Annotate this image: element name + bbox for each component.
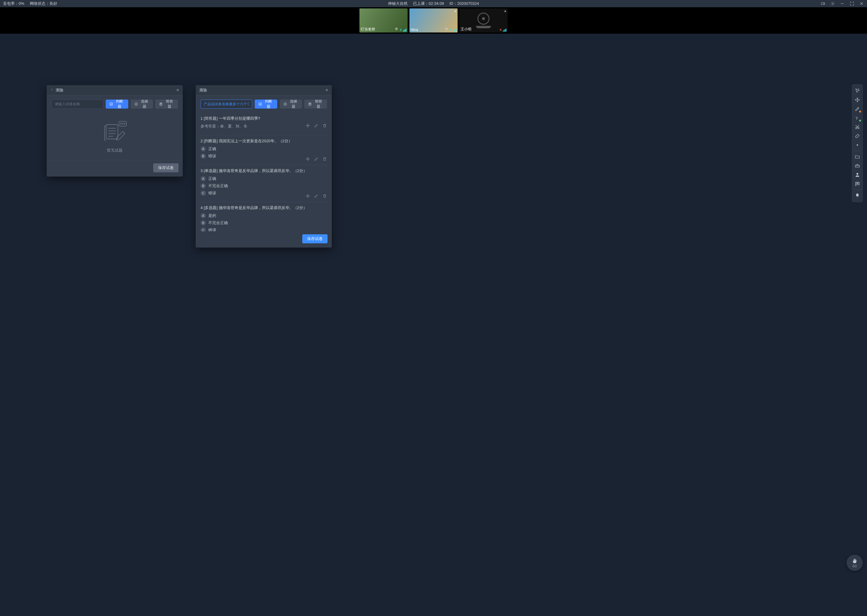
- delete-icon[interactable]: [322, 123, 327, 128]
- pen-tool-icon[interactable]: [853, 105, 862, 113]
- svg-point-32: [120, 123, 121, 124]
- close-icon[interactable]: ×: [454, 9, 456, 14]
- bell-icon[interactable]: [853, 191, 862, 200]
- option-text: 不完全正确: [208, 183, 228, 189]
- eraser-tool-icon[interactable]: [853, 132, 862, 140]
- text-tool-icon[interactable]: T: [853, 114, 862, 122]
- svg-rect-35: [259, 103, 262, 105]
- question-actions: [305, 193, 327, 198]
- svg-rect-26: [106, 124, 118, 139]
- move-tool-icon[interactable]: [853, 96, 862, 104]
- session-id: ID：2020070324: [449, 1, 479, 6]
- back-icon[interactable]: [50, 88, 54, 92]
- add-judge-button[interactable]: 判断题: [255, 99, 277, 108]
- video-tile[interactable]: 叮当老师: [359, 8, 408, 33]
- edit-icon[interactable]: [314, 123, 318, 128]
- option-letter: B: [200, 183, 206, 189]
- chat-icon[interactable]: [853, 179, 862, 188]
- svg-rect-17: [855, 165, 859, 168]
- cut-tool-icon[interactable]: [853, 123, 862, 131]
- packet-loss-label: 丢包率：0%: [3, 1, 24, 6]
- settings-icon[interactable]: [830, 1, 835, 6]
- record-icon: [445, 27, 448, 31]
- video-tile[interactable]: ×Nina: [410, 8, 457, 33]
- move-icon[interactable]: [305, 156, 310, 161]
- panel-title: 测验: [56, 88, 63, 93]
- question-option[interactable]: A正确: [200, 146, 327, 152]
- signal-icon: [403, 28, 407, 31]
- move-icon[interactable]: [305, 230, 310, 231]
- edit-icon[interactable]: [314, 156, 318, 161]
- edit-icon[interactable]: [314, 193, 318, 198]
- paper-name-input[interactable]: [200, 99, 252, 108]
- laser-dot-tool-icon[interactable]: [853, 141, 862, 149]
- toolbox-icon[interactable]: [853, 162, 862, 170]
- option-text: 错误: [208, 153, 216, 159]
- cursor-tool-icon[interactable]: [853, 86, 862, 95]
- quiz-panel-filled: 测验 × 判断题 选择题 T 简答题 1 [简答题] 一年四季分别是哪四季?参考…: [195, 85, 332, 248]
- svg-rect-7: [400, 28, 401, 30]
- delete-icon[interactable]: [322, 230, 327, 231]
- empty-state-icon: [101, 120, 128, 145]
- fullscreen-icon[interactable]: [850, 1, 854, 6]
- status-icons: [395, 27, 407, 31]
- network-status-label: 网络状态：良好: [30, 1, 57, 6]
- edit-icon[interactable]: [314, 230, 318, 231]
- mic-icon: [449, 28, 452, 31]
- video-tiles-row: 叮当老师×Nina×王小明: [0, 7, 867, 34]
- user-icon[interactable]: [853, 171, 862, 179]
- close-window-icon[interactable]: [859, 1, 864, 6]
- camera-toggle-icon[interactable]: [821, 1, 826, 6]
- save-paper-button[interactable]: 保存试卷: [302, 234, 328, 244]
- svg-point-1: [832, 3, 833, 4]
- close-icon[interactable]: ×: [177, 88, 179, 93]
- move-icon[interactable]: [305, 123, 310, 128]
- question-option[interactable]: B不完全正确: [200, 183, 327, 189]
- video-tile[interactable]: ×王小明: [459, 8, 508, 33]
- hand-raise-count: 0/2: [853, 564, 857, 568]
- option-letter: B: [200, 220, 206, 226]
- delete-icon[interactable]: [322, 156, 327, 161]
- signal-icon: [453, 28, 456, 31]
- svg-point-19: [856, 183, 857, 184]
- folder-icon[interactable]: [853, 152, 862, 161]
- option-text: 正确: [208, 176, 216, 181]
- participant-name: 叮当老师: [361, 27, 375, 32]
- question-actions: [305, 123, 327, 128]
- hand-raise-button[interactable]: 0/2: [847, 555, 863, 571]
- svg-text:T: T: [309, 103, 311, 105]
- signal-icon: [503, 28, 506, 31]
- participant-name: Nina: [411, 28, 418, 32]
- svg-point-16: [857, 145, 858, 146]
- svg-point-33: [122, 123, 123, 124]
- option-text: 正确: [208, 146, 216, 152]
- add-short-answer-button[interactable]: T 简答题: [155, 99, 178, 108]
- save-paper-button[interactable]: 保存试卷: [153, 163, 178, 172]
- move-icon[interactable]: [305, 193, 310, 198]
- svg-point-9: [446, 28, 447, 30]
- question-option[interactable]: B不完全正确: [200, 220, 327, 226]
- add-choice-button[interactable]: 选择题: [280, 99, 302, 108]
- add-short-answer-button[interactable]: T 简答题: [304, 99, 327, 108]
- question-item: 1 [简答题] 一年四季分别是哪四季?参考答案：春、夏、秋、冬: [200, 113, 327, 135]
- question-actions: [305, 156, 327, 161]
- option-text: 是的: [208, 213, 216, 218]
- empty-state-text: 暂无试题: [107, 148, 123, 153]
- paper-name-input[interactable]: [52, 99, 103, 108]
- question-option[interactable]: A是的: [200, 213, 327, 218]
- status-icons: [499, 28, 506, 31]
- right-toolbar: T: [852, 84, 863, 202]
- add-judge-button[interactable]: 判断题: [106, 99, 128, 108]
- status-icons: [445, 27, 456, 31]
- close-icon[interactable]: ×: [325, 88, 328, 93]
- delete-icon[interactable]: [322, 193, 327, 198]
- close-icon[interactable]: ×: [504, 9, 506, 14]
- add-choice-button[interactable]: 选择题: [131, 99, 153, 108]
- question-option[interactable]: A正确: [200, 176, 327, 181]
- question-title: 4 [多选题] 施华洛世奇是反华品牌，所以梁鼎琪反华。（2分）: [200, 205, 327, 211]
- svg-text:T: T: [161, 103, 162, 105]
- svg-point-34: [125, 123, 125, 124]
- mic-icon: [399, 28, 402, 31]
- option-letter: A: [200, 146, 206, 152]
- minimize-icon[interactable]: [840, 1, 845, 6]
